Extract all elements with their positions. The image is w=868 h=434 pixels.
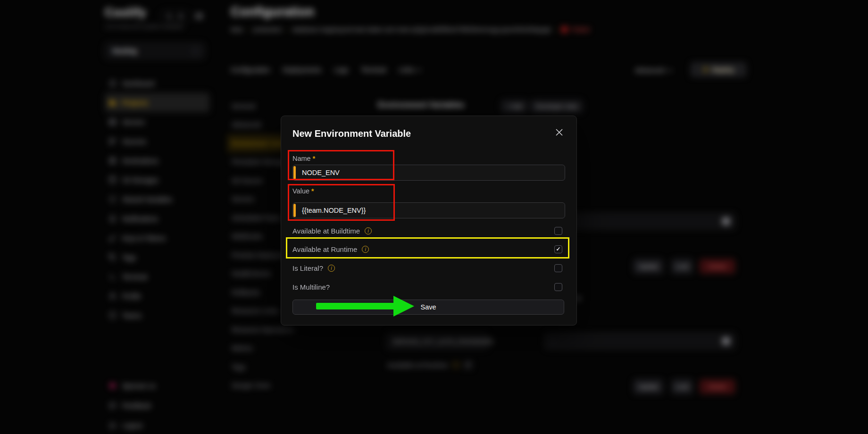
runtime-row: Available at Runtime [292,244,562,254]
name-input[interactable]: NODE_ENV [292,165,565,181]
name-label: Name* [292,155,315,162]
available-at-buildtime-checkbox[interactable] [554,227,562,235]
is-multiline-row: Is Multiline? [292,282,562,292]
required-accent-bar [293,204,296,217]
dialog-title: New Environment Variable [292,128,411,139]
info-icon[interactable] [365,227,372,234]
info-icon[interactable] [362,246,369,253]
buildtime-row: Available at Buildtime [292,226,562,235]
app-root: Coolify v4.0.0-beta.323 (update availabl… [0,0,868,434]
available-at-runtime-checkbox[interactable] [554,245,562,253]
is-literal-checkbox[interactable] [554,264,562,272]
value-label: Value* [292,187,314,195]
is-literal-row: Is Literal? [292,263,562,273]
required-accent-bar [293,166,296,179]
new-env-variable-dialog: New Environment Variable Name* NODE_ENV … [281,116,577,326]
is-multiline-checkbox[interactable] [554,283,562,291]
close-icon[interactable] [555,128,563,136]
save-button[interactable]: Save [292,300,564,315]
value-input[interactable]: {{team.NODE_ENV}} [292,202,565,218]
info-icon[interactable] [328,265,335,272]
